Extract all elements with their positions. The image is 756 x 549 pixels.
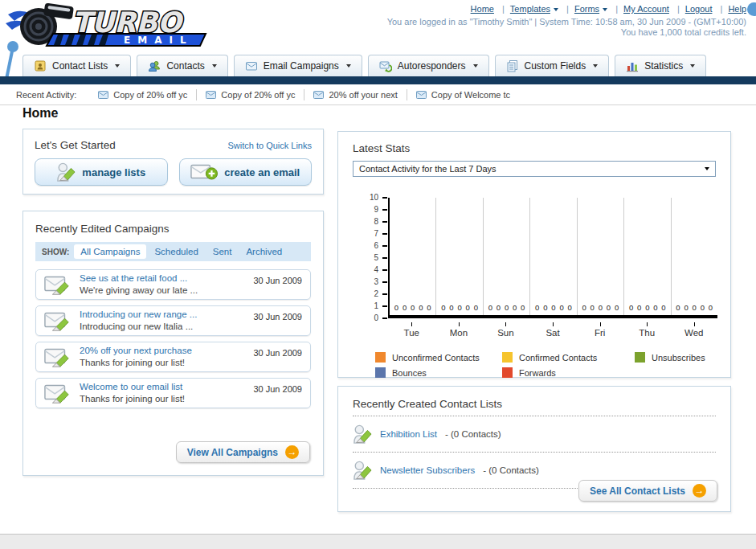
top-link-my-account[interactable]: My Account: [623, 4, 669, 14]
autoresponder-envelope-icon: [379, 59, 392, 72]
legend-swatch-icon: [502, 352, 513, 363]
campaign-date: 30 Jun 2009: [253, 276, 302, 285]
y-tick-label: 9: [374, 206, 378, 214]
recent-activity-item[interactable]: Copy of Welcome tc: [407, 89, 519, 100]
contact-list-count: - (0 Contacts): [445, 429, 501, 439]
legend-label: Bounces: [392, 368, 427, 378]
campaign-title-link[interactable]: See us at the retail food ...: [80, 272, 198, 285]
recent-activity-item[interactable]: 20% off your next: [304, 89, 407, 100]
legend-label: Unconfirmed Contacts: [392, 353, 480, 363]
y-tick-mark: [382, 318, 387, 319]
chart-legend: Unconfirmed ContactsConfirmed ContactsUn…: [375, 352, 716, 378]
stats-filter-select[interactable]: Contact Activity for the Last 7 Days: [353, 161, 716, 177]
bar-value-label: 0: [653, 303, 657, 312]
chart-y-axis: 012345678910: [353, 198, 388, 318]
bar-value-label: 0: [551, 303, 555, 312]
x-tick-mark: [553, 322, 554, 326]
campaign-row[interactable]: 20% off your next purchase Thanks for jo…: [35, 342, 311, 372]
x-tick-mark: [505, 322, 506, 326]
y-tick-mark: [382, 197, 387, 199]
recent-activity-item[interactable]: Copy of 20% off yc: [197, 89, 304, 100]
filter-archived[interactable]: Archived: [239, 244, 288, 259]
login-status: You are logged in as "Timothy Smith" | S…: [387, 17, 746, 27]
manage-lists-button[interactable]: manage lists: [35, 158, 168, 186]
filter-scheduled[interactable]: Scheduled: [148, 244, 204, 259]
bar-value-label: 0: [709, 303, 713, 312]
y-tick-mark: [382, 305, 387, 307]
tab-statistics[interactable]: Statistics: [615, 55, 706, 76]
x-tick-mark: [600, 322, 601, 326]
filter-all-campaigns[interactable]: All Campaigns: [74, 244, 146, 259]
campaign-title-link[interactable]: Welcome to our email list: [80, 381, 185, 393]
campaign-title-link[interactable]: Introducing our new range ...: [80, 309, 197, 321]
envelope-pencil-icon: [44, 346, 72, 368]
tab-custom-fields[interactable]: Custom Fields: [495, 55, 610, 76]
view-all-campaigns-button[interactable]: View All Campaigns →: [176, 441, 310, 463]
y-tick-label: 6: [374, 242, 378, 250]
legend-label: Forwards: [519, 368, 556, 378]
legend-item: Forwards: [502, 367, 635, 378]
top-link-help[interactable]: Help: [728, 4, 746, 14]
campaign-subtitle: Thanks for joining our list!: [80, 357, 192, 369]
bar-value-label: 0: [427, 303, 431, 312]
campaign-title-link[interactable]: 20% off your next purchase: [80, 345, 192, 357]
y-tick-label: 5: [374, 254, 378, 262]
bar-value-label: 0: [521, 303, 525, 312]
tab-contact-lists[interactable]: Contact Lists: [22, 55, 131, 76]
contact-list-row[interactable]: Newsletter Subscribers - (0 Contacts): [353, 458, 716, 482]
see-all-contact-lists-button[interactable]: See All Contact Lists →: [578, 480, 717, 502]
switch-quick-links-link[interactable]: Switch to Quick Links: [227, 141, 312, 150]
contact-lists-title: Recently Created Contact Lists: [353, 398, 716, 410]
x-axis-label: Wed: [670, 322, 717, 338]
divider: [353, 416, 716, 416]
recent-activity-item[interactable]: Copy of 20% off yc: [89, 89, 197, 100]
filter-sent[interactable]: Sent: [206, 244, 239, 259]
bar-value-label: 0: [637, 303, 641, 312]
top-link-logout[interactable]: Logout: [685, 4, 713, 14]
y-tick-mark: [382, 293, 387, 295]
chevron-down-icon: [705, 167, 709, 170]
x-tick-mark: [647, 322, 648, 326]
contact-list-link[interactable]: Exhibition List: [380, 429, 437, 439]
create-email-button[interactable]: create an email: [179, 158, 313, 186]
legend-swatch-icon: [635, 352, 645, 363]
legend-item: Unconfirmed Contacts: [375, 352, 502, 363]
top-nav-links: Home Templates Forms My Account Logout H…: [471, 4, 746, 14]
x-tick-mark: [694, 322, 695, 326]
tab-email-campaigns[interactable]: Email Campaigns: [234, 55, 362, 76]
top-link-home[interactable]: Home: [471, 4, 494, 14]
envelope-pencil-icon: [44, 309, 72, 332]
tab-label: Custom Fields: [525, 60, 586, 72]
bar-value-label: 0: [419, 303, 423, 312]
y-tick-label: 10: [370, 194, 378, 202]
tab-contacts[interactable]: Contacts: [137, 55, 227, 76]
y-tick-label: 0: [374, 314, 378, 322]
envelope-icon: [206, 91, 216, 99]
campaign-row[interactable]: See us at the retail food ... We're givi…: [35, 269, 311, 300]
chevron-down-icon: [115, 64, 120, 68]
bar-value-label: 0: [411, 303, 415, 312]
bar-value-label: 0: [701, 303, 705, 312]
address-book-icon: [34, 59, 47, 72]
top-link-forms[interactable]: Forms: [574, 4, 607, 14]
chevron-down-icon: [554, 8, 558, 11]
chart-plot: 00000000000000000000000000000000000: [388, 198, 717, 318]
bar-value-label: 0: [676, 303, 680, 312]
campaign-date: 30 Jun 2009: [253, 384, 302, 394]
tab-autoresponders[interactable]: Autoresponders: [368, 55, 489, 76]
x-axis-label: Thu: [623, 322, 671, 338]
y-tick-label: 3: [374, 278, 378, 286]
campaign-row[interactable]: Welcome to our email list Thanks for joi…: [35, 378, 311, 408]
page-title: Home: [22, 106, 58, 121]
contact-list-row[interactable]: Exhibition List - (0 Contacts): [353, 422, 716, 446]
campaign-row[interactable]: Introducing our new range ... Introducin…: [35, 305, 311, 336]
y-tick-mark: [382, 245, 387, 247]
logo-subtitle: EMAIL: [124, 35, 194, 46]
person-pencil-icon: [353, 460, 372, 481]
top-link-templates[interactable]: Templates: [510, 4, 558, 14]
contact-list-link[interactable]: Newsletter Subscribers: [380, 465, 475, 475]
chevron-down-icon: [346, 64, 351, 68]
y-tick-label: 2: [374, 290, 378, 298]
y-tick-label: 8: [374, 218, 378, 226]
logo-title: TURBO: [72, 6, 184, 39]
